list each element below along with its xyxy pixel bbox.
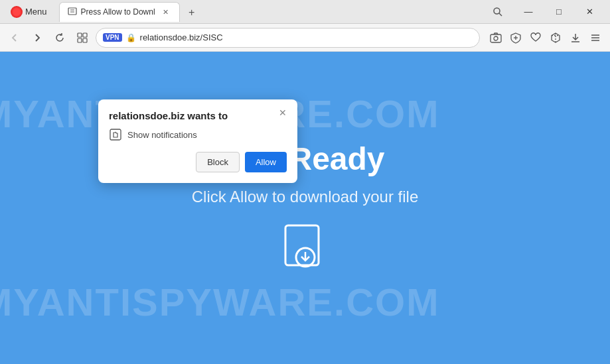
page-content: MYANTISPYWARE.COM MYANTISPYWARE.COM d Is… <box>0 52 610 364</box>
window-controls: — □ ✕ <box>483 0 605 24</box>
main-menu-button[interactable] <box>586 29 605 47</box>
url-text: relationsdoe.biz/SISC <box>140 32 473 42</box>
download-file-icon <box>279 222 332 275</box>
close-button[interactable]: ✕ <box>574 0 605 24</box>
opera-menu-button[interactable]: Menu <box>5 3 52 21</box>
new-tab-button[interactable]: + <box>183 3 201 22</box>
search-button[interactable] <box>483 0 513 24</box>
toolbar-icons <box>487 29 605 47</box>
lock-icon: 🔒 <box>126 33 136 42</box>
shield-icon-button[interactable] <box>506 29 525 47</box>
dialog-buttons: Block Allow <box>109 152 287 172</box>
browser-window: Menu Press Allow to Downl ✕ + — □ ✕ <box>0 0 610 364</box>
tab-favicon <box>68 7 77 17</box>
watermark-bottom: MYANTISPYWARE.COM <box>0 280 439 324</box>
active-tab[interactable]: Press Allow to Downl ✕ <box>59 2 180 22</box>
allow-button[interactable]: Allow <box>245 152 287 172</box>
maximize-button[interactable]: □ <box>544 0 574 24</box>
svg-rect-5 <box>78 33 82 37</box>
page-subtitle: Click Allow to download your file <box>192 188 419 206</box>
dialog-title: relationsdoe.biz wants to <box>109 110 287 121</box>
minimize-button[interactable]: — <box>513 0 544 24</box>
tab-grid-button[interactable] <box>73 29 92 47</box>
block-button[interactable]: Block <box>196 152 240 172</box>
url-bar[interactable]: VPN 🔒 relationsdoe.biz/SISC <box>96 28 480 48</box>
download-icon-wrapper <box>192 222 419 275</box>
camera-button[interactable] <box>487 29 505 47</box>
svg-rect-9 <box>491 34 501 42</box>
tab-bar: Press Allow to Downl ✕ + <box>59 2 479 22</box>
tab-title: Press Allow to Downl <box>81 7 155 17</box>
dialog-permission-row: Show notifications <box>109 128 287 141</box>
forward-button[interactable] <box>28 29 46 47</box>
svg-rect-6 <box>83 33 87 37</box>
notification-dialog: ✕ relationsdoe.biz wants to Show notific… <box>98 99 297 183</box>
address-bar: VPN 🔒 relationsdoe.biz/SISC <box>0 24 610 52</box>
tab-close-button[interactable]: ✕ <box>161 7 171 17</box>
svg-rect-8 <box>83 38 87 42</box>
svg-line-4 <box>499 13 502 16</box>
svg-rect-7 <box>78 38 82 42</box>
svg-rect-22 <box>110 129 121 140</box>
permission-label: Show notifications <box>127 130 197 140</box>
back-button[interactable] <box>5 29 24 47</box>
heart-button[interactable] <box>526 29 545 47</box>
cube-button[interactable] <box>546 29 565 47</box>
refresh-button[interactable] <box>50 29 69 47</box>
svg-point-3 <box>494 8 500 14</box>
notification-bell-icon <box>109 128 122 141</box>
vpn-badge: VPN <box>103 33 122 42</box>
dialog-close-button[interactable]: ✕ <box>276 106 289 119</box>
menu-label: Menu <box>25 7 47 17</box>
title-bar: Menu Press Allow to Downl ✕ + — □ ✕ <box>0 0 610 24</box>
download-button[interactable] <box>566 29 585 47</box>
svg-rect-0 <box>68 8 76 15</box>
opera-logo-icon <box>11 6 23 18</box>
svg-point-10 <box>494 36 498 40</box>
